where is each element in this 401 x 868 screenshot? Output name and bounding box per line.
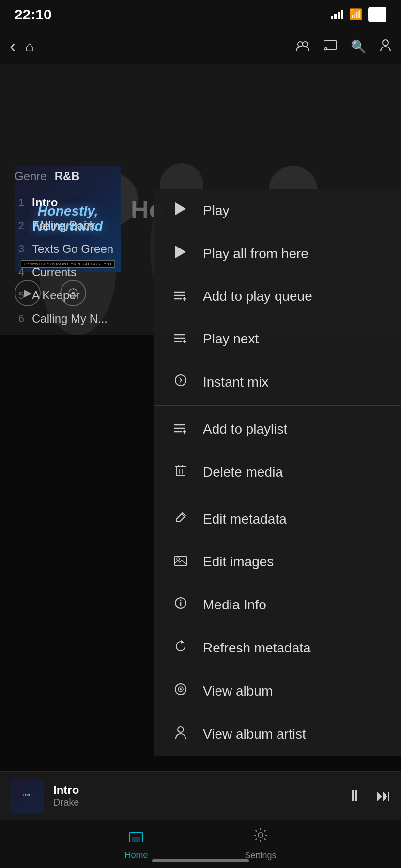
bottom-player: H.N Intro Drake ⏸ ⏭ [0,771,401,820]
menu-item-play-all-from-here[interactable]: Play all from here [154,232,401,275]
menu-item-play[interactable]: Play [154,189,401,232]
image-icon [172,554,189,570]
refresh-icon [172,640,189,656]
svg-point-56 [258,833,263,837]
genre-label: Genre [15,170,47,183]
genre-row: Genre R&B [15,170,150,183]
home-nav-icon[interactable]: ⌂ [25,38,34,55]
menu-item-edit-metadata[interactable]: Edit metadata [154,498,401,541]
track-number: 4 [15,266,24,279]
track-list-area: Genre R&B 1 Intro 2 Falling Back 3 Texts… [0,160,150,335]
menu-item-media-info[interactable]: Media Info [154,583,401,626]
svg-point-1 [303,42,308,46]
bottom-nav-tabs: Home Settings [124,827,276,861]
player-thumbnail[interactable]: H.N [10,779,44,813]
person-icon [172,726,189,742]
menu-label-edit-metadata: Edit metadata [203,512,287,527]
menu-item-delete-media[interactable]: Delete media [154,450,401,494]
signal-bars-icon [331,10,343,19]
menu-label-edit-images: Edit images [203,554,274,570]
menu-label-media-info: Media Info [203,597,266,613]
trash-icon [172,464,189,480]
pause-button[interactable]: ⏸ [347,787,362,805]
menu-divider [154,405,401,406]
menu-divider [154,496,401,496]
track-title: Calling My N... [32,312,108,326]
track-title: Currents [32,265,77,279]
menu-item-instant-mix[interactable]: Instant mix [154,360,401,403]
menu-label-play-next: Play next [203,331,259,347]
cast-icon[interactable] [324,39,337,54]
status-time: 22:10 [15,6,52,23]
profile-icon[interactable] [380,39,391,55]
nav-tab-settings[interactable]: Settings [245,827,276,861]
battery-indicator: 47 [368,7,386,22]
queue-add-icon [172,421,189,437]
track-title: Intro [32,196,58,209]
pencil-icon [172,512,189,527]
player-info: Intro Drake [53,783,347,808]
top-nav-right: 🔍 [295,39,391,55]
track-item-6[interactable]: 6 Calling My N... [15,307,150,330]
svg-marker-32 [179,377,182,384]
svg-point-53 [178,727,184,732]
wifi-icon: 📶 [349,8,362,21]
search-icon[interactable]: 🔍 [351,39,366,54]
svg-point-0 [298,42,303,46]
track-number: 2 [15,219,24,232]
menu-item-refresh-metadata[interactable]: Refresh metadata [154,626,401,669]
track-item-5[interactable]: 5 A Keeper [15,284,150,307]
menu-item-add-to-playlist[interactable]: Add to playlist [154,408,401,450]
track-list: 1 Intro 2 Falling Back 3 Texts Go Green … [15,191,150,330]
svg-marker-20 [175,246,186,258]
home-indicator [152,859,249,862]
nav-tab-home[interactable]: Home [124,828,148,860]
svg-marker-49 [181,640,184,644]
menu-label-refresh-metadata: Refresh metadata [203,640,311,656]
svg-rect-38 [176,467,185,476]
menu-label-delete-media: Delete media [203,465,283,480]
menu-label-view-album-artist: View album artist [203,727,306,742]
menu-item-view-album-artist[interactable]: View album artist [154,713,401,756]
player-song-title: Intro [53,783,347,797]
track-number: 1 [15,196,24,209]
track-number: 6 [15,312,24,325]
play-icon [172,246,189,262]
queue-add-icon [172,331,189,347]
track-item-1[interactable]: 1 Intro [15,191,150,214]
track-item-4[interactable]: 4 Currents [15,261,150,284]
menu-item-edit-images[interactable]: Edit images [154,541,401,583]
track-item-3[interactable]: 3 Texts Go Green [15,237,150,261]
menu-item-play-next[interactable]: Play next [154,318,401,360]
track-item-2[interactable]: 2 Falling Back [15,214,150,237]
svg-rect-40 [179,465,183,467]
settings-tab-icon [253,827,268,847]
next-button[interactable]: ⏭ [376,787,391,805]
genre-value: R&B [55,170,80,183]
queue-add-icon [172,289,189,304]
top-nav: ‹ ⌂ 🔍 [0,29,401,64]
menu-label-add-to-playlist: Add to playlist [203,421,287,437]
context-menu-items: Play Play all from here Add to play queu… [154,189,401,756]
context-menu: Play Play all from here Add to play queu… [154,189,401,756]
menu-label-instant-mix: Instant mix [203,374,268,390]
track-number: 5 [15,289,24,302]
back-button[interactable]: ‹ [10,36,15,57]
svg-marker-19 [175,202,186,215]
svg-rect-55 [132,837,140,842]
disc-icon [172,683,189,699]
status-bar: 22:10 📶 47 [0,0,401,29]
menu-item-view-album[interactable]: View album [154,669,401,713]
settings-tab-label: Settings [245,851,276,861]
player-artist-name: Drake [53,797,347,808]
track-title: Texts Go Green [32,242,113,256]
group-icon[interactable] [295,39,310,54]
track-title: A Keeper [32,289,80,302]
menu-label-play-all-from-here: Play all from here [203,246,308,262]
status-icons: 📶 47 [331,7,386,22]
menu-item-add-to-queue[interactable]: Add to play queue [154,275,401,318]
home-tab-label: Home [124,850,148,860]
track-number: 3 [15,243,24,255]
top-nav-left: ‹ ⌂ [10,36,34,57]
svg-point-48 [180,600,182,601]
